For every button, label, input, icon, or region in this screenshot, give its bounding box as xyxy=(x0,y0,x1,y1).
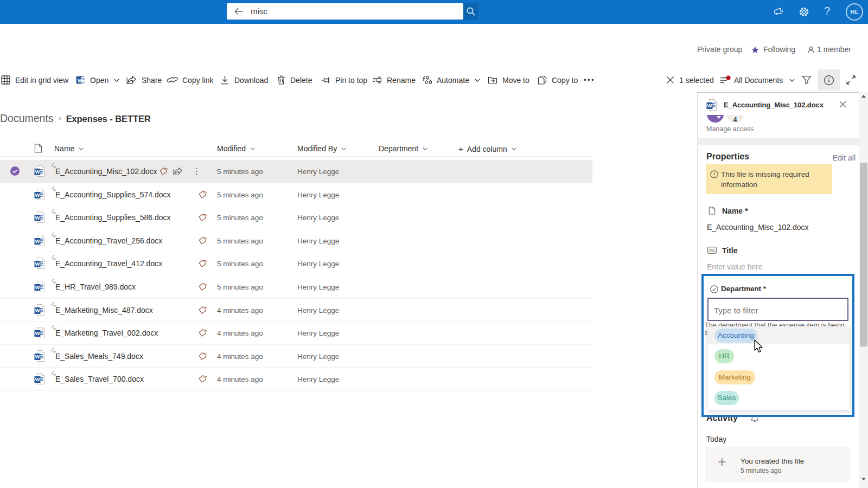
svg-text:W: W xyxy=(35,331,40,337)
svg-text:W: W xyxy=(35,377,40,383)
svg-text:W: W xyxy=(35,238,40,244)
svg-text:W: W xyxy=(35,215,40,221)
svg-text:W: W xyxy=(35,354,40,359)
svg-text:W: W xyxy=(35,261,40,267)
svg-text:Abc: Abc xyxy=(709,248,716,252)
svg-text:W: W xyxy=(707,102,712,108)
svg-text:W: W xyxy=(35,169,40,175)
svg-text:W: W xyxy=(35,192,40,198)
svg-text:W: W xyxy=(35,307,40,313)
svg-text:W: W xyxy=(78,78,82,84)
svg-text:W: W xyxy=(35,284,40,290)
